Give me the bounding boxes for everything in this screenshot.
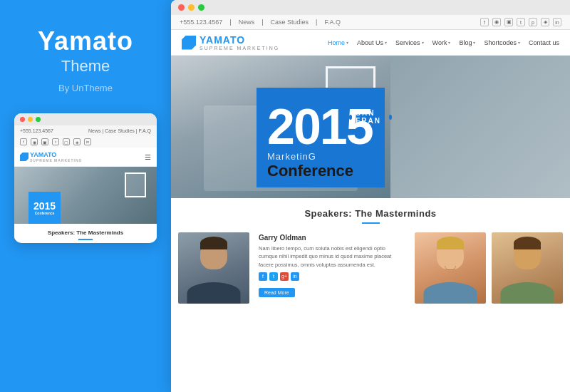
hero-dot-text: SAN FRAN <box>349 109 392 125</box>
mobile-social-bar: f ◉ ▣ t ▢ ◈ in <box>14 136 157 148</box>
face-body-3 <box>501 282 554 304</box>
speaker1-google-icon[interactable]: g+ <box>280 272 289 281</box>
desktop-browser: +555.123.4567 | News | Case Studies | F.… <box>171 15 570 392</box>
pinterest-icon[interactable]: p <box>529 18 537 26</box>
brand-by: By UnTheme <box>58 83 113 93</box>
face-generic-2 <box>437 239 464 269</box>
speakers-divider <box>362 222 380 224</box>
mobile-topbar: +555.123.4567 News | Case Studies | F.A.… <box>14 125 157 136</box>
mobile-hero-conf: Conference <box>35 211 55 215</box>
nav-services[interactable]: Services ▾ <box>395 39 424 46</box>
hero-san-fran: SAN FRAN <box>356 109 385 125</box>
facebook-icon[interactable]: f <box>480 18 489 26</box>
mobile-logo-text: YAMATO <box>30 151 82 158</box>
desktop-nav-links: Home ▾ About Us ▾ Services ▾ Work ▾ Blog… <box>328 39 559 46</box>
hero-blue-box: SAN FRAN 2015 MarketinG Conference <box>256 88 385 187</box>
twitter-icon[interactable]: t <box>517 18 525 26</box>
brand-title: Yamato <box>38 29 133 54</box>
speaker1-social: f t g+ in <box>259 272 405 281</box>
desktop-phone: +555.123.4567 <box>180 19 222 26</box>
hero-marketing: MarketinG <box>267 151 316 162</box>
face-smile-2 <box>445 266 456 270</box>
face-hair-2 <box>437 237 464 249</box>
share-icon[interactable]: ◈ <box>541 18 549 26</box>
desktop-logo: YAMATO SUPREME MARKETING <box>182 34 279 51</box>
mobile-logo-icon <box>20 153 28 161</box>
speaker1-desc: Nam libero tempo, cum soluta nobis est e… <box>259 244 405 269</box>
nav-shortcodes[interactable]: Shortcodes ▾ <box>484 39 520 46</box>
mobile-nav: YAMATO SUPREME MARKETING ☰ <box>14 148 157 167</box>
desktop-dot-yellow <box>188 4 195 11</box>
camera-icon[interactable]: ▣ <box>504 18 513 26</box>
mobile-hero-blue-box: 2015 Conference <box>28 192 61 224</box>
desktop-logo-sub: SUPREME MARKETING <box>200 46 279 51</box>
face-body-2 <box>424 282 477 304</box>
desktop-nav-news[interactable]: News <box>239 19 255 26</box>
rss-icon[interactable]: ◉ <box>492 18 501 26</box>
nav-work[interactable]: Work ▾ <box>432 39 451 46</box>
face-generic-3 <box>514 239 541 269</box>
mobile-hero: 2015 Conference <box>14 167 157 224</box>
desktop-separator3: | <box>316 19 317 26</box>
desktop-separator: | <box>229 19 231 26</box>
chat-icon-mobile: ▢ <box>63 138 70 145</box>
speakers-header: Speakers: The Masterminds <box>171 198 570 228</box>
desktop-logo-icon <box>182 36 196 50</box>
mobile-preview: +555.123.4567 News | Case Studies | F.A.… <box>14 113 157 243</box>
mobile-divider <box>78 239 93 240</box>
face-body-1 <box>187 282 241 304</box>
desktop-hero: SAN FRAN 2015 MarketinG Conference <box>171 56 570 198</box>
desktop-topbar-left: +555.123.4567 | News | Case Studies | F.… <box>180 19 341 26</box>
nav-home[interactable]: Home ▾ <box>328 39 348 46</box>
mobile-hero-overlay <box>125 172 146 197</box>
hero-bg-right <box>390 56 570 198</box>
face-generic-1 <box>200 239 227 269</box>
hamburger-icon[interactable]: ☰ <box>145 153 151 161</box>
mobile-phone: +555.123.4567 <box>20 128 53 133</box>
mobile-dot-green <box>36 117 41 122</box>
mobile-links: News | Case Studies | F.A.Q <box>88 128 151 133</box>
speaker1-name: Garry Oldman <box>259 234 405 242</box>
mobile-logo-sub: SUPREME MARKETING <box>30 158 82 163</box>
nav-blog[interactable]: Blog ▾ <box>459 39 475 46</box>
speakers-title: Speakers: The Masterminds <box>171 208 570 219</box>
desktop-dot-red <box>178 4 185 11</box>
right-panel: +555.123.4567 | News | Case Studies | F.… <box>171 0 570 392</box>
hero-dot2 <box>389 115 392 120</box>
nav-contact[interactable]: Contact us <box>529 39 559 46</box>
mobile-content: +555.123.4567 News | Case Studies | F.A.… <box>14 125 157 240</box>
left-panel: Yamato Theme By UnTheme +555.123.4567 Ne… <box>0 0 171 392</box>
mobile-logo: YAMATO SUPREME MARKETING <box>20 151 82 163</box>
twitter-icon-mobile: t <box>52 138 59 145</box>
desktop-topbar: +555.123.4567 | News | Case Studies | F.… <box>171 15 570 30</box>
linkedin-icon[interactable]: in <box>553 18 561 26</box>
speaker1-read-more-button[interactable]: Read More <box>259 288 295 297</box>
speakers-grid: Garry Oldman Nam libero tempo, cum solut… <box>171 228 570 304</box>
desktop-separator2: | <box>261 19 263 26</box>
camera-icon-mobile: ▣ <box>41 138 48 145</box>
mobile-hero-year: 2015 <box>33 201 56 211</box>
face-hair-1 <box>200 237 227 249</box>
desktop-titlebar <box>171 0 570 15</box>
brand-subtitle: Theme <box>61 57 110 76</box>
mobile-titlebar <box>14 113 157 125</box>
speaker1-facebook-icon[interactable]: f <box>259 272 267 281</box>
face-hair-3 <box>514 237 541 249</box>
speaker2-avatar <box>415 232 486 304</box>
nav-about[interactable]: About Us ▾ <box>357 39 387 46</box>
speaker1-avatar <box>178 232 249 304</box>
desktop-speakers: Speakers: The Masterminds <box>171 198 570 392</box>
share-icon-mobile: ◈ <box>73 138 81 145</box>
desktop-nav-case[interactable]: Case Studies <box>271 19 309 26</box>
hero-dot <box>349 115 352 120</box>
desktop-nav-faq[interactable]: F.A.Q <box>324 19 341 26</box>
rss-icon-mobile: ◉ <box>31 138 38 145</box>
speaker1-linkedin-icon[interactable]: in <box>291 272 299 281</box>
desktop-nav: YAMATO SUPREME MARKETING Home ▾ About Us… <box>171 30 570 56</box>
speaker1-twitter-icon[interactable]: t <box>269 272 278 281</box>
mobile-dot-yellow <box>28 117 33 122</box>
desktop-logo-text: YAMATO <box>200 34 279 46</box>
mobile-dot-red <box>20 117 25 122</box>
desktop-topbar-right: f ◉ ▣ t p ◈ in <box>480 18 561 26</box>
hero-conference: Conference <box>267 163 353 179</box>
